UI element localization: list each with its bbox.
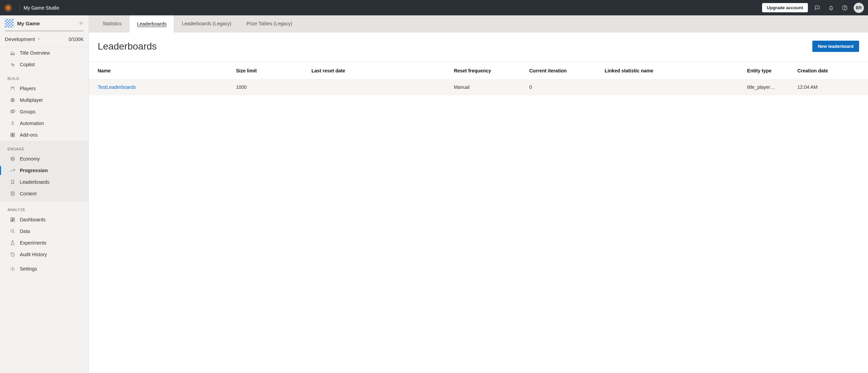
environment-row: Development 0/100K [0,33,88,47]
groups-icon [10,109,16,114]
leaderboard-link[interactable]: TestLeaderboards [98,84,136,90]
cell-creation-date: 12:04 AM [793,79,868,95]
studio-name[interactable]: My Game Studio [24,5,59,11]
sidebar-item-label: Add-ons [20,132,38,138]
page-header: Leaderboards New leaderboard [89,32,868,62]
dashboards-icon [10,217,16,222]
svg-point-13 [12,122,13,123]
tab-leaderboards-legacy[interactable]: Leaderboards (Legacy) [174,15,239,32]
svg-point-26 [11,230,14,232]
svg-line-27 [13,232,15,233]
cell-current-iteration: 0 [524,79,600,95]
th-reset-frequency[interactable]: Reset frequency [449,62,525,79]
chart-icon [10,50,16,56]
divider [19,4,19,12]
svg-point-6 [11,64,13,65]
sidebar-item-audit-history[interactable]: Audit History [0,249,88,260]
new-leaderboard-button[interactable]: New leaderboard [812,41,859,52]
copilot-icon [10,62,16,67]
svg-point-2 [817,7,818,8]
playfab-logo-icon[interactable] [4,4,12,12]
game-name[interactable]: My Game [17,20,78,26]
topbar: My Game Studio Upgrade account BR [0,0,868,15]
section-analyze-label: ANALYZE [0,202,88,214]
section-build-label: BUILD [0,70,88,83]
table-row[interactable]: TestLeaderboards1000Manual0title_player…… [89,79,868,95]
svg-point-4 [845,9,845,9]
sidebar-item-progression[interactable]: Progression [0,165,88,176]
section-engage-label: ENGAGE [0,141,88,153]
sidebar-item-leaderboards[interactable]: Leaderboards [0,176,88,188]
history-icon [10,252,16,257]
sidebar-item-addons[interactable]: Add-ons [0,129,88,141]
cell-last-reset [307,79,449,95]
sidebar-item-title-overview[interactable]: Title Overview [0,47,88,59]
sidebar-item-content[interactable]: Content [0,188,88,199]
progression-icon [10,168,16,173]
user-avatar[interactable]: BR [854,3,864,13]
th-entity-type[interactable]: Entity type [742,62,793,79]
svg-rect-17 [13,135,15,137]
th-current-iteration[interactable]: Current iteration [524,62,600,79]
settings-icon [10,266,16,272]
sidebar-item-automation[interactable]: Automation [0,118,88,129]
cell-size-limit: 1000 [231,79,307,95]
svg-point-28 [12,268,13,270]
sidebar-item-economy[interactable]: Economy [0,153,88,165]
sidebar-item-players[interactable]: Players [0,83,88,94]
economy-icon [10,156,16,162]
sidebar-item-label: Leaderboards [20,179,49,185]
addons-icon [10,132,16,138]
game-header: My Game [0,15,88,30]
help-icon[interactable] [838,1,852,15]
sidebar-item-groups[interactable]: Groups [0,106,88,118]
svg-marker-1 [6,6,10,10]
th-linked-statistic[interactable]: Linked statistic name [600,62,742,79]
globe-icon [10,97,16,103]
svg-rect-14 [11,133,13,135]
leaderboards-table-wrap: Name Size limit Last reset date Reset fr… [89,62,868,95]
th-name[interactable]: Name [89,62,231,79]
tab-leaderboards[interactable]: Leaderboards [129,15,174,32]
sidebar-item-label: Content [20,191,37,196]
environment-selector[interactable]: Development [5,36,41,42]
content-icon [10,191,16,196]
svg-rect-23 [13,218,15,219]
upgrade-account-button[interactable]: Upgrade account [762,3,808,12]
th-last-reset[interactable]: Last reset date [307,62,449,79]
notifications-icon[interactable] [824,1,838,15]
sidebar-item-label: Audit History [20,252,47,257]
svg-rect-15 [13,133,15,135]
search-icon [10,229,16,234]
svg-rect-24 [13,220,15,221]
sidebar: My Game Development 0/100K Title Overvie… [0,15,89,373]
tab-statistics[interactable]: Statistics [95,15,129,32]
sidebar-item-label: Copilot [20,62,35,67]
th-size-limit[interactable]: Size limit [231,62,307,79]
flask-icon [10,240,16,246]
sidebar-item-multiplayer[interactable]: Multiplayer [0,94,88,106]
sidebar-item-settings[interactable]: Settings [0,263,88,275]
svg-rect-22 [11,218,13,220]
sidebar-item-copilot[interactable]: Copilot [0,59,88,70]
table-header-row: Name Size limit Last reset date Reset fr… [89,62,868,79]
svg-point-9 [13,87,14,88]
bookmark-icon [10,179,16,185]
gear-icon[interactable] [78,20,84,26]
sidebar-item-label: Economy [20,156,40,162]
sidebar-item-data[interactable]: Data [0,225,88,237]
sidebar-item-dashboards[interactable]: Dashboards [0,214,88,225]
sidebar-item-label: Settings [20,266,37,272]
page-title: Leaderboards [98,41,812,52]
svg-rect-25 [11,221,13,222]
sidebar-item-label: Data [20,229,30,234]
feedback-icon[interactable] [811,1,824,15]
th-creation-date[interactable]: Creation date [793,62,868,79]
tabs: Statistics Leaderboards Leaderboards (Le… [89,15,868,32]
sidebar-item-experiments[interactable]: Experiments [0,237,88,249]
tab-prize-tables-legacy[interactable]: Prize Tables (Legacy) [239,15,300,32]
cell-name[interactable]: TestLeaderboards [89,79,231,95]
sidebar-item-label: Progression [20,168,48,173]
cell-reset-frequency: Manual [449,79,525,95]
svg-point-7 [13,64,14,66]
